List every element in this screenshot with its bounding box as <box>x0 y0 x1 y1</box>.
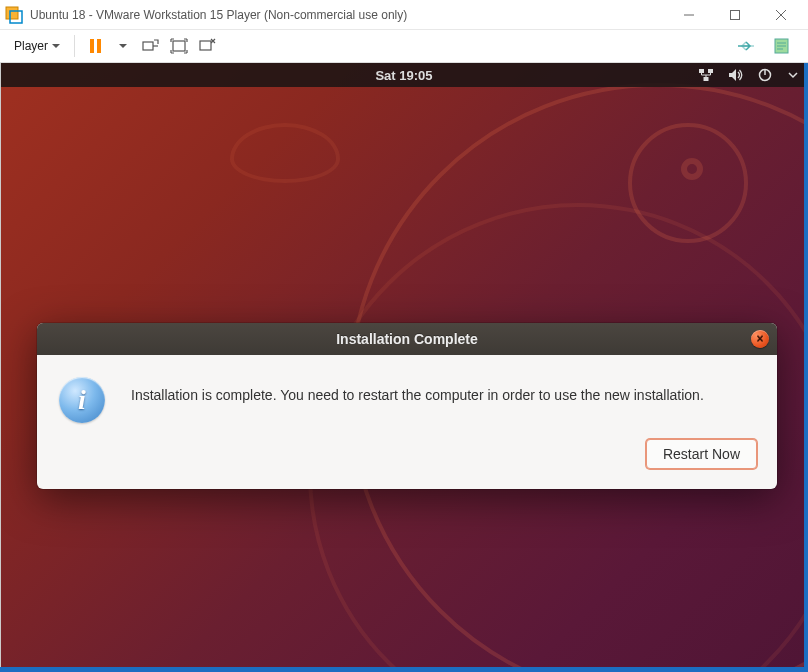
notes-button[interactable] <box>768 33 796 59</box>
vmware-titlebar: Ubuntu 18 - VMware Workstation 15 Player… <box>0 0 808 30</box>
window-border <box>0 63 1 667</box>
svg-rect-14 <box>708 69 713 73</box>
status-area[interactable] <box>698 63 798 87</box>
network-icon <box>698 68 714 82</box>
svg-rect-0 <box>6 7 18 19</box>
unity-mode-button[interactable] <box>193 33 221 59</box>
dialog-title: Installation Complete <box>336 331 478 347</box>
player-menu-button[interactable]: Player <box>6 35 68 57</box>
installation-complete-dialog: Installation Complete i Installation is … <box>37 323 777 489</box>
cycle-devices-button[interactable] <box>732 33 760 59</box>
window-controls <box>666 0 804 30</box>
svg-rect-8 <box>200 41 211 50</box>
chevron-down-icon <box>52 44 60 48</box>
vmware-icon <box>4 5 24 25</box>
send-keys-icon <box>142 38 160 54</box>
maximize-button[interactable] <box>712 0 758 30</box>
player-menu-label: Player <box>14 39 48 53</box>
devices-icon <box>736 39 756 53</box>
background-decoration <box>230 123 340 183</box>
minimize-button[interactable] <box>666 0 712 30</box>
info-icon: i <box>59 377 105 423</box>
close-button[interactable] <box>758 0 804 30</box>
svg-rect-15 <box>704 77 709 81</box>
window-border <box>0 667 808 672</box>
dialog-message: Installation is complete. You need to re… <box>131 377 704 403</box>
clock[interactable]: Sat 19:05 <box>375 68 432 83</box>
vmware-window-title: Ubuntu 18 - VMware Workstation 15 Player… <box>30 8 666 22</box>
restart-now-button[interactable]: Restart Now <box>646 439 757 469</box>
window-border <box>804 63 808 667</box>
vmware-toolbar: Player <box>0 30 808 63</box>
background-decoration <box>681 158 703 180</box>
pause-icon <box>90 39 101 53</box>
svg-rect-7 <box>173 41 185 51</box>
dialog-titlebar[interactable]: Installation Complete <box>37 323 777 355</box>
dialog-actions: Restart Now <box>37 439 777 489</box>
vm-viewport[interactable]: Sat 19:05 Installation Complete <box>0 63 808 672</box>
svg-rect-13 <box>699 69 704 73</box>
fullscreen-button[interactable] <box>165 33 193 59</box>
svg-rect-6 <box>143 42 153 50</box>
dialog-body: i Installation is complete. You need to … <box>37 355 777 439</box>
dialog-close-button[interactable] <box>751 330 769 348</box>
power-icon <box>758 68 774 82</box>
volume-icon <box>728 68 744 82</box>
toolbar-separator <box>74 35 75 57</box>
power-dropdown-button[interactable] <box>109 33 137 59</box>
send-ctrl-alt-del-button[interactable] <box>137 33 165 59</box>
ubuntu-topbar: Sat 19:05 <box>0 63 808 87</box>
notes-icon <box>773 38 791 54</box>
unity-icon <box>198 38 216 54</box>
chevron-down-icon <box>119 44 127 48</box>
svg-rect-3 <box>731 10 740 19</box>
chevron-down-icon <box>788 71 798 79</box>
fullscreen-icon <box>170 38 188 54</box>
pause-vm-button[interactable] <box>81 33 109 59</box>
